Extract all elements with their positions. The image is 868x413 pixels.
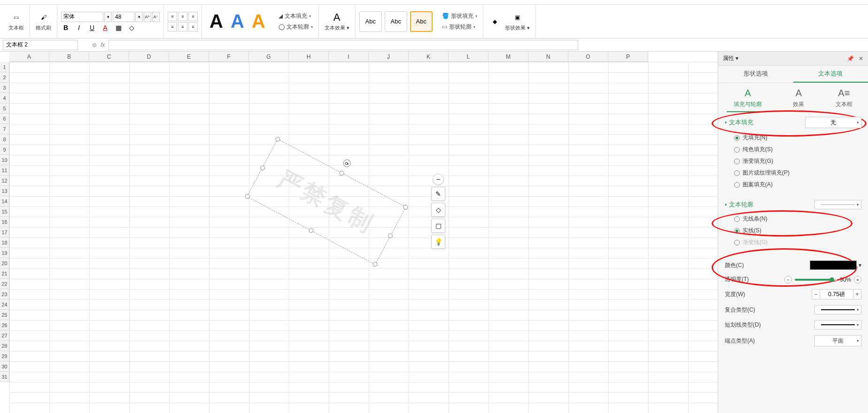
radio-solid-fill[interactable]: 纯色填充(S) bbox=[725, 144, 861, 155]
color-label: 颜色(C) bbox=[725, 261, 744, 269]
highlight-button[interactable]: ▦ bbox=[114, 24, 123, 31]
underline-button[interactable]: U bbox=[87, 24, 97, 31]
dash-type-select[interactable]: ▾ bbox=[814, 320, 861, 329]
clear-format-button[interactable]: ◇ bbox=[127, 24, 136, 31]
tab-shape-options[interactable]: 形状选项 bbox=[718, 66, 793, 83]
width-input[interactable] bbox=[820, 289, 853, 299]
compound-type-select[interactable]: ▾ bbox=[814, 305, 861, 314]
float-collapse[interactable]: − bbox=[433, 174, 444, 185]
font-size-dropdown[interactable]: ▾ bbox=[135, 12, 143, 22]
italic-button[interactable]: I bbox=[74, 24, 84, 31]
radio-no-fill[interactable]: 无填充(N) bbox=[725, 132, 861, 144]
text-effect-menu[interactable]: A 文本效果 ▾ bbox=[323, 10, 351, 32]
shape-style-1[interactable]: Abc bbox=[359, 11, 382, 32]
font-grow[interactable]: A⁺ bbox=[144, 12, 151, 22]
transparency-slider[interactable] bbox=[795, 279, 837, 281]
text-style-orange[interactable]: A bbox=[248, 11, 269, 32]
shape-insert[interactable]: ◆ bbox=[487, 15, 503, 29]
compound-label: 复合类型(C) bbox=[725, 306, 755, 314]
fx-icon[interactable]: fx bbox=[101, 42, 105, 48]
float-fill[interactable]: ◇ bbox=[431, 203, 445, 217]
width-label: 宽度(W) bbox=[725, 291, 745, 298]
cap-type-select[interactable]: 平面▾ bbox=[814, 335, 861, 346]
transparency-label: 透明度(T) bbox=[725, 275, 749, 283]
radio-pattern-fill[interactable]: 图案填充(A) bbox=[725, 179, 861, 191]
ribbon: ▭ 文本框 🖌 格式刷 ▾ ▾ A⁺ A⁻ B I U A ▦ ◇ ≡≡≡≡≡≡ bbox=[0, 5, 868, 38]
shape-fill-menu[interactable]: 🪣形状填充▾ bbox=[440, 11, 479, 21]
float-idea[interactable]: 💡 bbox=[431, 235, 445, 249]
formula-bar-row: 文本框 2 ⊖ fx bbox=[0, 38, 868, 52]
floating-tool-palette: − ✎ ◇ ▢ 💡 bbox=[431, 174, 445, 249]
font-color-button[interactable]: A bbox=[101, 24, 110, 31]
font-shrink[interactable]: A⁻ bbox=[152, 12, 160, 22]
format-painter[interactable]: 🖌 格式刷 bbox=[34, 10, 53, 32]
section-text-fill[interactable]: ▾文本填充 bbox=[725, 118, 753, 127]
column-headers[interactable]: ABCDEFGHIJKLMNOP bbox=[9, 52, 648, 62]
formula-input[interactable] bbox=[108, 40, 578, 50]
font-name-dropdown[interactable]: ▾ bbox=[104, 12, 112, 22]
float-eyedropper[interactable]: ✎ bbox=[431, 187, 445, 201]
spreadsheet-area[interactable]: ABCDEFGHIJKLMNOP 12345678910111213141516… bbox=[0, 52, 718, 413]
shape-outline-menu[interactable]: ▭形状轮廓▾ bbox=[440, 22, 477, 32]
font-size-input[interactable] bbox=[113, 12, 134, 22]
subtab-textbox[interactable]: A≡文本框 bbox=[836, 88, 852, 108]
transparency-decrease[interactable]: − bbox=[784, 276, 792, 283]
textbox-button[interactable]: ▭ 文本框 bbox=[7, 10, 26, 32]
outline-preset-select[interactable]: ▾ bbox=[814, 200, 861, 209]
properties-panel: 属性 ▾ 📌 ✕ 形状选项 文本选项 A填充与轮廓 A效果 A≡文本框 ▾文本填… bbox=[718, 52, 868, 413]
radio-picture-fill[interactable]: 图片或纹理填充(P) bbox=[725, 167, 861, 179]
radio-no-line[interactable]: 无线条(N) bbox=[725, 213, 861, 225]
outline-color-picker[interactable] bbox=[810, 260, 857, 270]
radio-solid-line[interactable]: 实线(S) bbox=[725, 225, 861, 237]
transparency-value: 90% bbox=[840, 276, 851, 283]
panel-title: 属性 ▾ bbox=[723, 54, 738, 62]
text-style-blue[interactable]: A bbox=[227, 11, 248, 32]
font-name-input[interactable] bbox=[61, 12, 103, 22]
close-icon[interactable]: ✕ bbox=[859, 55, 863, 62]
transparency-increase[interactable]: + bbox=[854, 276, 861, 283]
radio-gradient-fill[interactable]: 渐变填充(G) bbox=[725, 155, 861, 167]
subtab-effect[interactable]: A效果 bbox=[793, 88, 804, 108]
section-text-outline[interactable]: ▾文本轮廓 bbox=[725, 200, 753, 209]
text-outline-menu[interactable]: ◯文本轮廓▾ bbox=[277, 22, 315, 32]
cancel-icon[interactable]: ⊖ bbox=[92, 42, 97, 48]
row-headers[interactable]: 1234567891011121314151617181920212223242… bbox=[0, 62, 9, 382]
shape-style-3[interactable]: Abc bbox=[410, 11, 433, 32]
fill-preset-select[interactable]: 无▾ bbox=[805, 117, 861, 128]
float-border[interactable]: ▢ bbox=[431, 219, 445, 233]
text-fill-menu[interactable]: ◢文本填充▾ bbox=[277, 11, 313, 21]
bold-button[interactable]: B bbox=[61, 24, 70, 31]
text-style-black[interactable]: A bbox=[206, 11, 227, 32]
name-box[interactable]: 文本框 2 bbox=[3, 40, 78, 50]
width-increase[interactable]: + bbox=[853, 289, 861, 299]
alignment-grid[interactable]: ≡≡≡≡≡≡ bbox=[168, 12, 198, 31]
cap-label: 端点类型(A) bbox=[725, 337, 755, 345]
width-decrease[interactable]: − bbox=[812, 289, 820, 299]
dash-label: 短划线类型(D) bbox=[725, 321, 761, 329]
tab-text-options[interactable]: 文本选项 bbox=[793, 66, 868, 83]
pin-icon[interactable]: 📌 bbox=[847, 55, 854, 62]
shape-effect-menu[interactable]: ▣ 形状效果 ▾ bbox=[503, 10, 532, 32]
radio-gradient-line[interactable]: 渐变线(G) bbox=[725, 237, 861, 248]
subtab-fill-outline[interactable]: A填充与轮廓 bbox=[734, 88, 762, 108]
shape-style-2[interactable]: Abc bbox=[385, 11, 407, 32]
